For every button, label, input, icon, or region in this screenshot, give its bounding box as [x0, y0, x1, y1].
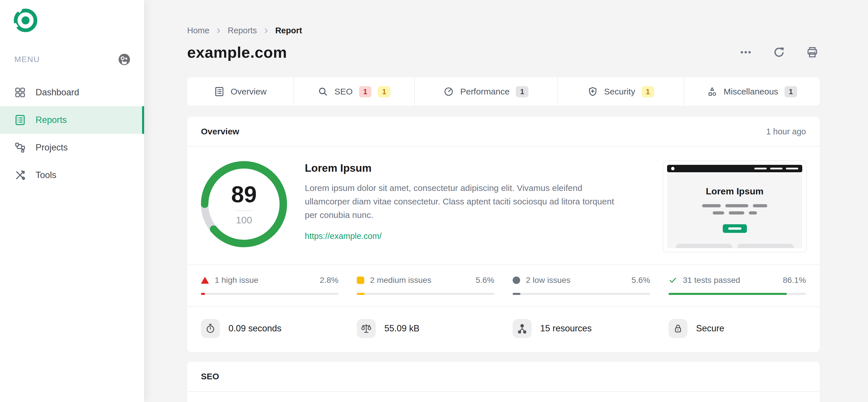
- page-title: example.com: [187, 43, 287, 61]
- issues-badge: 1: [784, 86, 797, 97]
- thumbnail-browser-bar: [667, 165, 802, 172]
- seo-card-title: SEO: [201, 372, 219, 381]
- overview-card-title: Overview: [201, 127, 239, 136]
- site-url-link[interactable]: https://example.com/: [305, 231, 382, 241]
- stat-medium-issues: 2 medium issues 5.6%: [357, 275, 494, 295]
- progress-fill: [513, 293, 520, 295]
- score-value: 89: [231, 183, 257, 206]
- main-content: Home Reports Report example.com Overview: [144, 0, 868, 402]
- tab-seo[interactable]: SEO 1 1: [293, 77, 414, 106]
- tab-miscellaneous[interactable]: Miscellaneous 1: [684, 77, 820, 106]
- thumbnail-cta-button: [723, 224, 747, 233]
- medium-issues-badge: 1: [378, 86, 391, 97]
- issues-badge: 1: [516, 86, 528, 97]
- check-icon: [669, 276, 677, 284]
- site-heading: Lorem Ipsum: [305, 162, 652, 174]
- score-gauge: 89 100: [201, 161, 287, 247]
- metric-label: 55.09 kB: [384, 323, 420, 334]
- metrics-row: 0.09 seconds 55.09 kB 15 resources Secur…: [187, 306, 820, 352]
- tab-label: Security: [604, 87, 635, 96]
- medium-issue-square-icon: [357, 277, 364, 284]
- stopwatch-icon: [201, 319, 220, 338]
- report-timestamp: 1 hour ago: [766, 127, 806, 136]
- sidebar-item-label: Reports: [36, 115, 67, 125]
- sidebar-item-tools[interactable]: Tools: [0, 161, 144, 189]
- progress-bar: [201, 293, 338, 295]
- stat-percent: 5.6%: [631, 275, 650, 285]
- print-button[interactable]: [805, 45, 820, 60]
- refresh-button[interactable]: [772, 45, 786, 60]
- tab-security[interactable]: Security 1: [557, 77, 684, 106]
- metric-label: Secure: [696, 323, 724, 334]
- menu-section-label: MENU: [14, 55, 40, 64]
- overview-icon: [214, 86, 224, 97]
- high-issue-triangle-icon: [201, 277, 209, 284]
- tab-label: Performance: [460, 87, 509, 96]
- refresh-icon: [772, 45, 786, 59]
- breadcrumb-reports[interactable]: Reports: [228, 26, 257, 35]
- medium-issues-badge: 1: [642, 86, 654, 97]
- progress-bar: [669, 293, 806, 295]
- seo-card: SEO: [187, 362, 820, 402]
- progress-bar: [357, 293, 494, 295]
- tab-overview[interactable]: Overview: [187, 77, 293, 106]
- browser-dot-icon: [671, 167, 675, 170]
- report-tabs: Overview SEO 1 1 Performance 1 Security …: [187, 77, 820, 106]
- breadcrumb: Home Reports Report: [187, 26, 820, 35]
- metric-label: 0.09 seconds: [228, 323, 281, 334]
- scale-icon: [357, 319, 376, 338]
- stat-high-issues: 1 high issue 2.8%: [201, 275, 338, 295]
- stat-label: 1 high issue: [215, 275, 314, 285]
- thumbnail-content-blocks: [667, 244, 802, 248]
- score-max: 100: [236, 215, 252, 226]
- score-divider: [235, 211, 253, 211]
- low-issue-circle-icon: [513, 277, 520, 284]
- stat-percent: 86.1%: [783, 275, 806, 285]
- overview-card: Overview 1 hour ago 89 100 Lorem Ipsum L…: [187, 117, 820, 352]
- chevron-right-icon: [262, 27, 270, 34]
- stat-low-issues: 2 low issues 5.6%: [513, 275, 650, 295]
- progress-fill: [669, 293, 787, 295]
- sidebar-item-label: Dashboard: [36, 87, 79, 98]
- metric-page-size: 55.09 kB: [357, 319, 494, 338]
- tab-label: Miscellaneous: [724, 87, 778, 96]
- more-options-button[interactable]: [738, 45, 753, 60]
- stat-tests-passed: 31 tests passed 86.1%: [669, 275, 806, 295]
- lock-icon: [669, 319, 687, 338]
- seo-card-body: [187, 392, 820, 402]
- workflow-icon: [14, 142, 26, 153]
- app-logo[interactable]: [14, 9, 37, 32]
- tab-performance[interactable]: Performance 1: [414, 77, 557, 106]
- stat-label: 2 medium issues: [370, 275, 470, 285]
- site-thumbnail: Lorem Ipsum: [663, 161, 806, 252]
- progress-bar: [513, 293, 650, 295]
- stat-percent: 2.8%: [320, 275, 338, 285]
- thumbnail-heading: Lorem Ipsum: [667, 186, 802, 197]
- collapse-sidebar-icon[interactable]: [117, 52, 131, 67]
- issue-stats-row: 1 high issue 2.8% 2 medium issues 5.6% 2…: [187, 265, 820, 306]
- metric-label: 15 resources: [540, 323, 592, 334]
- tools-icon: [14, 169, 26, 181]
- metric-security: Secure: [669, 319, 806, 338]
- sidebar-item-dashboard[interactable]: Dashboard: [0, 79, 144, 106]
- stat-label: 2 low issues: [526, 275, 626, 285]
- sidebar-nav: Dashboard Reports Projects Tools: [0, 79, 144, 189]
- high-issues-badge: 1: [359, 86, 372, 97]
- ellipsis-icon: [739, 45, 752, 59]
- page-actions: [738, 45, 820, 60]
- breadcrumb-home[interactable]: Home: [187, 26, 209, 35]
- browser-menu-dashes: [754, 168, 798, 169]
- resources-icon: [513, 319, 532, 338]
- sidebar-item-label: Tools: [36, 170, 56, 180]
- sidebar-item-reports[interactable]: Reports: [0, 106, 144, 134]
- logo-dot-icon: [22, 17, 30, 24]
- search-icon: [318, 86, 328, 97]
- sidebar-item-label: Projects: [36, 143, 68, 153]
- metric-load-time: 0.09 seconds: [201, 319, 338, 338]
- stat-percent: 5.6%: [476, 275, 494, 285]
- thumbnail-page-body: Lorem Ipsum: [667, 174, 802, 248]
- sidebar-item-projects[interactable]: Projects: [0, 134, 144, 161]
- thumbnail-text-row: [667, 204, 802, 207]
- tab-label: Overview: [231, 87, 267, 96]
- tab-label: SEO: [334, 87, 352, 96]
